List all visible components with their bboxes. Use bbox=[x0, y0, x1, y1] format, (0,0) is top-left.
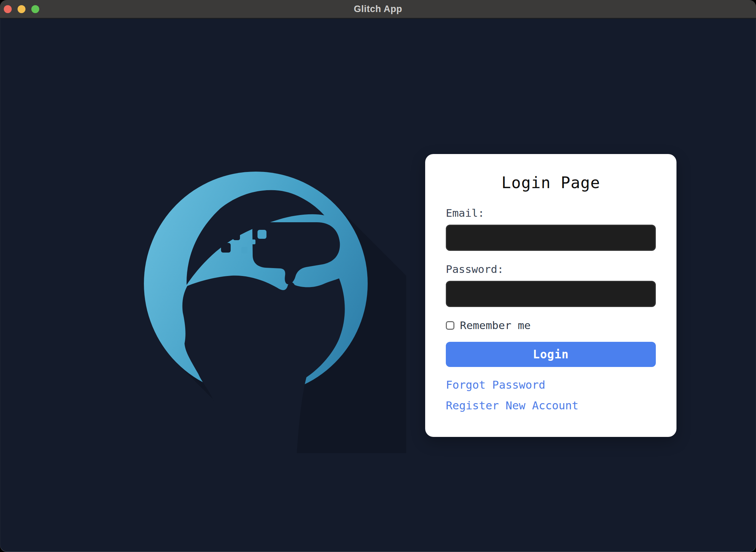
window-title: Glitch App bbox=[0, 0, 756, 18]
login-page-title: Login Page bbox=[446, 173, 656, 192]
email-label: Email: bbox=[446, 206, 656, 219]
close-button[interactable] bbox=[4, 5, 12, 13]
remember-me-label: Remember me bbox=[460, 320, 531, 331]
logo-pixel-blue-2 bbox=[241, 247, 248, 253]
remember-me-checkbox[interactable] bbox=[446, 321, 454, 330]
logo-pixel-dark-1 bbox=[221, 243, 231, 253]
password-input[interactable] bbox=[446, 281, 656, 307]
email-input[interactable] bbox=[446, 225, 656, 251]
remember-me-row: Remember me bbox=[446, 320, 656, 331]
login-card: Login Page Email: Password: Remember me … bbox=[425, 154, 676, 437]
vr-headset-logo-icon bbox=[134, 157, 406, 453]
minimize-button[interactable] bbox=[18, 5, 25, 13]
forgot-password-link[interactable]: Forgot Password bbox=[446, 378, 656, 391]
traffic-lights bbox=[4, 0, 39, 18]
app-window: Glitch App Login Page Email: bbox=[0, 0, 756, 552]
logo-pixel-dark-2 bbox=[233, 233, 240, 240]
register-new-account-link[interactable]: Register New Account bbox=[446, 399, 656, 412]
zoom-button[interactable] bbox=[31, 5, 39, 13]
logo-pixel-blue-1 bbox=[258, 230, 266, 239]
titlebar: Glitch App bbox=[0, 0, 756, 19]
logo-pixel-dark-3 bbox=[255, 250, 262, 256]
login-button[interactable]: Login bbox=[446, 342, 656, 367]
password-label: Password: bbox=[446, 263, 656, 276]
logo-pixel-blue-3 bbox=[251, 239, 255, 244]
